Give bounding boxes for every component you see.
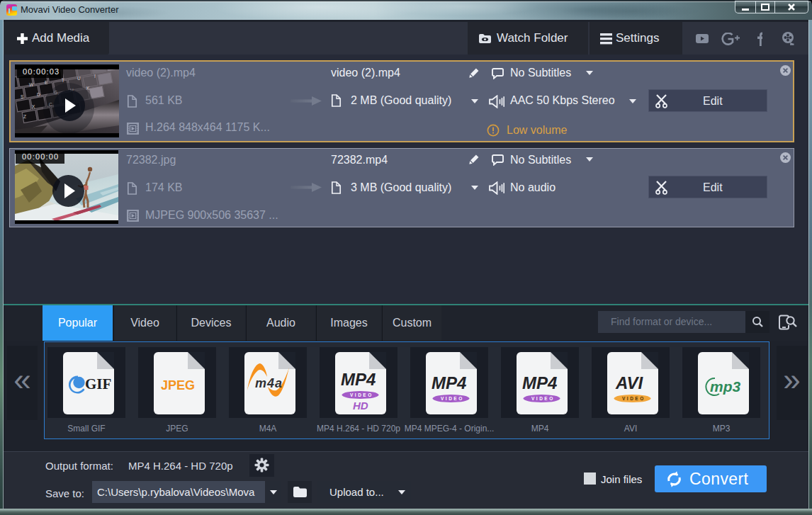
svg-text:T: T bbox=[62, 78, 64, 83]
svg-text:AVI: AVI bbox=[615, 373, 644, 392]
svg-text:E: E bbox=[45, 80, 48, 85]
svg-text:VIDEO: VIDEO bbox=[531, 396, 555, 401]
svg-text:VIDEO: VIDEO bbox=[622, 396, 645, 401]
svg-text:X: X bbox=[32, 104, 35, 109]
svg-text:S: S bbox=[21, 94, 24, 99]
svg-text:U: U bbox=[77, 76, 81, 81]
svg-text:I: I bbox=[94, 74, 96, 79]
svg-text:VIDEO: VIDEO bbox=[441, 396, 464, 401]
svg-text:MP4: MP4 bbox=[432, 373, 466, 392]
svg-text:m4a: m4a bbox=[255, 376, 283, 390]
svg-text:W: W bbox=[29, 82, 34, 87]
svg-text:GIF: GIF bbox=[85, 375, 111, 392]
svg-text:mp3: mp3 bbox=[710, 378, 741, 395]
svg-text:K: K bbox=[86, 86, 90, 91]
svg-text:D: D bbox=[37, 92, 40, 97]
svg-text:JPEG: JPEG bbox=[161, 378, 195, 392]
svg-text:Z: Z bbox=[23, 114, 26, 119]
svg-text:MP4: MP4 bbox=[522, 373, 557, 392]
svg-text:VIDEO: VIDEO bbox=[350, 392, 373, 397]
svg-text:MP4: MP4 bbox=[341, 370, 376, 389]
svg-text:HD: HD bbox=[353, 400, 368, 412]
